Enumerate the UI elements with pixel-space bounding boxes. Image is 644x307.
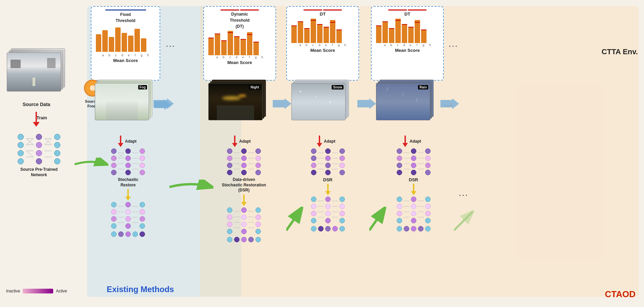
bar-1-c xyxy=(109,37,114,52)
chart-box-3: DT a b c d xyxy=(286,6,359,81)
svg-marker-82 xyxy=(357,98,376,109)
mean-score-label-3: Mean Score xyxy=(290,48,356,53)
bar-chart-3 xyxy=(290,18,356,43)
green-arrow-5 xyxy=(454,210,474,234)
dt-label-3: DT xyxy=(320,12,326,17)
svg-marker-80 xyxy=(153,98,174,109)
bar-1-h xyxy=(141,38,146,52)
active-label: Active xyxy=(56,289,67,293)
source-data-label: Source Data xyxy=(7,102,66,107)
fixed-threshold-label: Fixed Threshold xyxy=(116,12,135,23)
legend-gradient xyxy=(23,289,53,293)
svg-marker-83 xyxy=(440,98,459,109)
legend: Inactive Active xyxy=(6,289,67,293)
ctaod-label: CTAOD xyxy=(605,289,636,300)
bar-1-a xyxy=(96,34,101,52)
dsr-short-label-3: DSR xyxy=(375,177,452,182)
nn-adapted-3: Adapt xyxy=(290,136,366,231)
svg-line-6 xyxy=(26,151,33,157)
adapt-label-4: Adapt xyxy=(410,139,421,144)
bar-chart-4 xyxy=(374,18,440,43)
existing-methods-label: Existing Methods xyxy=(107,285,174,294)
adapt-label-1: Adapt xyxy=(125,139,137,144)
dynamic-threshold-label: Dynamic Threshold (DT) xyxy=(230,12,249,29)
blue-arrow-4 xyxy=(440,98,459,109)
train-label: Train xyxy=(37,115,47,120)
bar-2-c xyxy=(221,40,227,55)
night-image-stack: Night xyxy=(208,83,268,125)
dsr-label-1: Data-driven Stochastic Restoration (DSR) xyxy=(203,177,285,193)
adapt-label-3: Adapt xyxy=(324,139,335,144)
bar-1-d xyxy=(115,27,121,52)
chart-box-2: Dynamic Threshold (DT) a xyxy=(203,6,276,81)
nn-adapted-1: Adapt xyxy=(91,136,165,237)
rain-image-stack: Rain xyxy=(376,83,435,125)
snow-image-stack: Snow xyxy=(291,83,351,125)
chart-box-1: Fixed Threshold a b c d e f g h xyxy=(91,6,160,81)
bar-1-f xyxy=(128,36,133,52)
main-container: Fixed Threshold a b c d e f g h xyxy=(0,0,644,307)
mean-score-label-2: Mean Score xyxy=(207,60,273,65)
ellipsis-2: ... xyxy=(449,41,459,48)
chart-box-4: DT a b c d xyxy=(371,6,444,81)
ellipsis-1: ... xyxy=(166,41,176,48)
bar-1-b xyxy=(102,30,108,52)
inactive-label: Inactive xyxy=(6,289,20,293)
blue-arrow-2 xyxy=(273,98,291,109)
adapt-label-2: Adapt xyxy=(239,139,251,144)
stochastic-restore-label: Stochastic Restore xyxy=(91,177,165,188)
source-data-section: Source Data xyxy=(7,53,66,107)
nn-adapted-4: Adapt xyxy=(375,136,452,231)
source-pretrained-label: Source Pre-Trained Network xyxy=(3,167,75,178)
fog-image-stack: Fog xyxy=(95,83,154,125)
ctta-env-label: CTTA Env. xyxy=(602,47,638,56)
bar-2-h xyxy=(253,42,259,55)
mean-score-label-1: Mean Score xyxy=(94,58,157,63)
bar-chart-1 xyxy=(96,25,155,52)
source-pretrained-network: Source Pre-Trained Network xyxy=(3,134,75,178)
ellipsis-nn: ... xyxy=(459,190,469,198)
bar-1-e xyxy=(122,33,127,52)
blue-arrow-3 xyxy=(357,98,376,109)
dt-label-4: DT xyxy=(404,12,410,17)
mean-score-label-4: Mean Score xyxy=(374,48,440,53)
blue-arrow-1 xyxy=(153,98,174,109)
dsr-short-label-2: DSR xyxy=(290,177,366,182)
bar-1-g xyxy=(134,29,140,52)
fixed-threshold-line xyxy=(105,9,146,11)
bar-chart-2 xyxy=(207,30,273,55)
nn-adapted-2: Adapt xyxy=(203,136,285,242)
svg-marker-81 xyxy=(273,98,291,109)
